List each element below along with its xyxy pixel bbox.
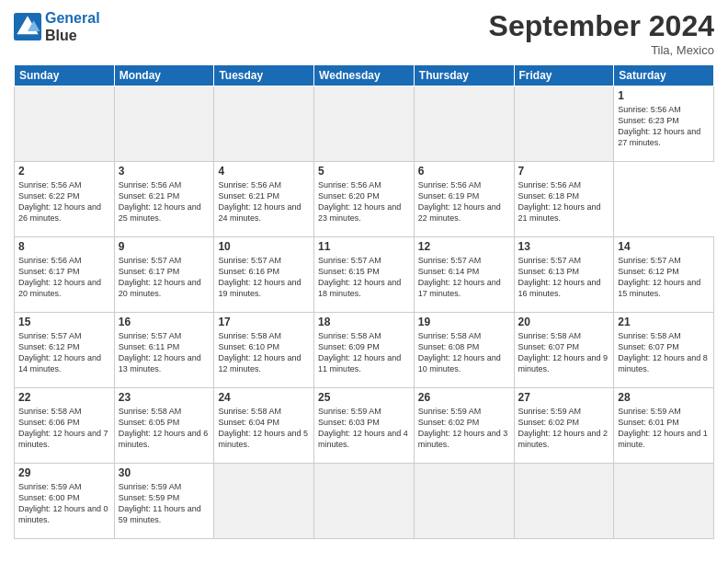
- calendar-cell-17: 17Sunrise: 5:58 AMSunset: 6:10 PMDayligh…: [214, 313, 314, 388]
- calendar-cell-empty: [614, 464, 714, 539]
- title-block: September 2024 Tila, Mexico: [489, 9, 714, 57]
- calendar-cell-empty: [114, 86, 214, 162]
- calendar-cell-19: 19Sunrise: 5:58 AMSunset: 6:08 PMDayligh…: [414, 313, 514, 388]
- calendar-cell-6: 6Sunrise: 5:56 AMSunset: 6:19 PMDaylight…: [414, 162, 514, 237]
- col-header-tuesday: Tuesday: [214, 65, 314, 86]
- calendar-cell-empty: [514, 86, 614, 162]
- calendar-cell-11: 11Sunrise: 5:57 AMSunset: 6:15 PMDayligh…: [314, 237, 415, 313]
- calendar-cell-empty: [414, 86, 514, 162]
- col-header-monday: Monday: [114, 65, 214, 86]
- calendar-cell-27: 27Sunrise: 5:59 AMSunset: 6:02 PMDayligh…: [514, 388, 614, 464]
- calendar-page: General Blue September 2024 Tila, Mexico…: [0, 0, 728, 563]
- logo-icon: [14, 13, 41, 40]
- calendar-cell-23: 23Sunrise: 5:58 AMSunset: 6:05 PMDayligh…: [114, 388, 214, 464]
- header: General Blue September 2024 Tila, Mexico: [14, 9, 714, 57]
- calendar-cell-8: 8Sunrise: 5:56 AMSunset: 6:17 PMDaylight…: [15, 237, 115, 313]
- col-header-saturday: Saturday: [614, 65, 714, 86]
- calendar-cell-9: 9Sunrise: 5:57 AMSunset: 6:17 PMDaylight…: [114, 237, 214, 313]
- logo-line2: Blue: [45, 27, 100, 44]
- calendar-cell-2: 2Sunrise: 5:56 AMSunset: 6:22 PMDaylight…: [15, 162, 115, 237]
- calendar-cell-26: 26Sunrise: 5:59 AMSunset: 6:02 PMDayligh…: [414, 388, 514, 464]
- calendar-cell-20: 20Sunrise: 5:58 AMSunset: 6:07 PMDayligh…: [514, 313, 614, 388]
- logo-line1: General: [45, 10, 100, 26]
- calendar-row: 2Sunrise: 5:56 AMSunset: 6:22 PMDaylight…: [15, 162, 714, 237]
- calendar-cell-14: 14Sunrise: 5:57 AMSunset: 6:12 PMDayligh…: [614, 237, 714, 313]
- calendar-row: 8Sunrise: 5:56 AMSunset: 6:17 PMDaylight…: [15, 237, 714, 313]
- calendar-header-row: SundayMondayTuesdayWednesdayThursdayFrid…: [15, 65, 714, 86]
- calendar-cell-3: 3Sunrise: 5:56 AMSunset: 6:21 PMDaylight…: [114, 162, 214, 237]
- calendar-cell-4: 4Sunrise: 5:56 AMSunset: 6:21 PMDaylight…: [214, 162, 314, 237]
- calendar-cell-empty: [314, 86, 415, 162]
- col-header-thursday: Thursday: [414, 65, 514, 86]
- calendar-cell-empty: [314, 464, 415, 539]
- logo: General Blue: [14, 9, 100, 44]
- calendar-cell-7: 7Sunrise: 5:56 AMSunset: 6:18 PMDaylight…: [514, 162, 614, 237]
- calendar-cell-24: 24Sunrise: 5:58 AMSunset: 6:04 PMDayligh…: [214, 388, 314, 464]
- calendar-cell-22: 22Sunrise: 5:58 AMSunset: 6:06 PMDayligh…: [15, 388, 115, 464]
- calendar-cell-empty: [514, 464, 614, 539]
- calendar-cell-13: 13Sunrise: 5:57 AMSunset: 6:13 PMDayligh…: [514, 237, 614, 313]
- month-title: September 2024: [489, 9, 714, 43]
- calendar-cell-empty: [214, 464, 314, 539]
- calendar-cell-30: 30Sunrise: 5:59 AMSunset: 5:59 PMDayligh…: [114, 464, 214, 539]
- calendar-row: 15Sunrise: 5:57 AMSunset: 6:12 PMDayligh…: [15, 313, 714, 388]
- col-header-wednesday: Wednesday: [314, 65, 415, 86]
- logo-text: General Blue: [45, 9, 100, 44]
- calendar-cell-25: 25Sunrise: 5:59 AMSunset: 6:03 PMDayligh…: [314, 388, 415, 464]
- calendar-cell-1: 1Sunrise: 5:56 AMSunset: 6:23 PMDaylight…: [614, 86, 714, 162]
- calendar-cell-12: 12Sunrise: 5:57 AMSunset: 6:14 PMDayligh…: [414, 237, 514, 313]
- calendar-table: SundayMondayTuesdayWednesdayThursdayFrid…: [14, 64, 714, 539]
- calendar-cell-10: 10Sunrise: 5:57 AMSunset: 6:16 PMDayligh…: [214, 237, 314, 313]
- col-header-sunday: Sunday: [15, 65, 115, 86]
- calendar-cell-16: 16Sunrise: 5:57 AMSunset: 6:11 PMDayligh…: [114, 313, 214, 388]
- col-header-friday: Friday: [514, 65, 614, 86]
- calendar-cell-18: 18Sunrise: 5:58 AMSunset: 6:09 PMDayligh…: [314, 313, 415, 388]
- calendar-row: 1Sunrise: 5:56 AMSunset: 6:23 PMDaylight…: [15, 86, 714, 162]
- calendar-cell-28: 28Sunrise: 5:59 AMSunset: 6:01 PMDayligh…: [614, 388, 714, 464]
- calendar-cell-empty: [15, 86, 115, 162]
- calendar-cell-29: 29Sunrise: 5:59 AMSunset: 6:00 PMDayligh…: [15, 464, 115, 539]
- calendar-cell-empty: [414, 464, 514, 539]
- calendar-cell-21: 21Sunrise: 5:58 AMSunset: 6:07 PMDayligh…: [614, 313, 714, 388]
- location: Tila, Mexico: [489, 43, 714, 57]
- calendar-row: 29Sunrise: 5:59 AMSunset: 6:00 PMDayligh…: [15, 464, 714, 539]
- calendar-cell-empty: [214, 86, 314, 162]
- calendar-cell-15: 15Sunrise: 5:57 AMSunset: 6:12 PMDayligh…: [15, 313, 115, 388]
- calendar-row: 22Sunrise: 5:58 AMSunset: 6:06 PMDayligh…: [15, 388, 714, 464]
- calendar-cell-5: 5Sunrise: 5:56 AMSunset: 6:20 PMDaylight…: [314, 162, 415, 237]
